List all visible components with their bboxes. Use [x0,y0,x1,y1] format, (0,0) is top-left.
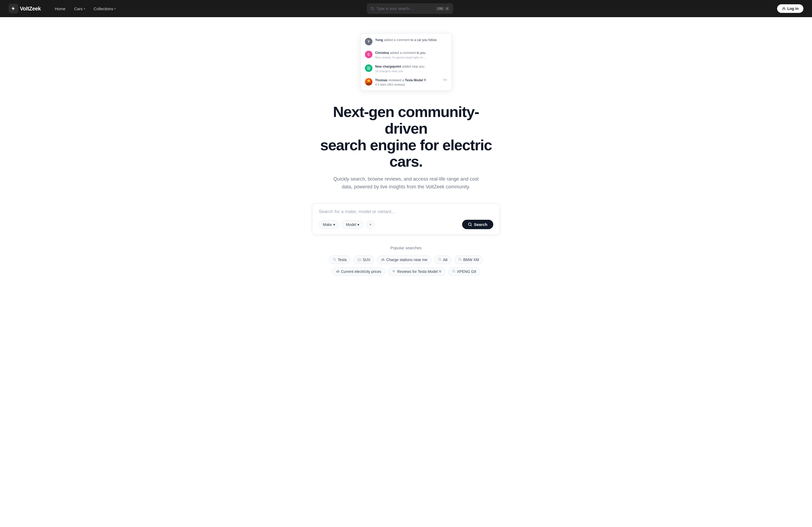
model-filter-button[interactable]: Model ▾ [342,220,363,229]
notif-sub-2: Nice review, I'm gonna head right on ... [375,56,445,59]
popular-title: Popular searches [329,245,483,250]
notif-stars: 4.5 stars (461 reviews) [375,83,440,86]
nav-collections[interactable]: Collections ▾ [90,5,119,13]
svg-rect-11 [382,259,383,261]
cars-chevron-icon: ▾ [84,7,85,10]
suv-car-icon [358,258,361,262]
svg-rect-2 [367,67,368,69]
main-content: Y Yung added a comment to a car you foll… [0,17,812,301]
search-submit-icon [468,223,472,226]
svg-point-8 [358,260,359,261]
notif-sub-3: 18 chargers near you [375,70,445,73]
popular-section: Popular searches Tesla SUV Charge statio… [329,245,483,279]
svg-rect-7 [358,259,361,260]
notification-panel: Y Yung added a comment to a car you foll… [360,33,452,91]
notif-item-2: C Christina added a comment to you Nice … [361,48,451,62]
svg-rect-12 [383,258,384,261]
notif-item-4: Thomas reviewed a Tesla Model Y 4.5 star… [361,75,451,89]
tag-charge-stations[interactable]: Charge stations near me [377,255,431,264]
hero-section: Next-gen community-driven search engine … [312,104,500,191]
navbar-search-input[interactable] [376,6,434,11]
tag-bmw-xm[interactable]: BMW XM [454,255,483,264]
popular-tags-row-1: Tesla SUV Charge stations near me A6 [329,255,483,264]
search-submit-button[interactable]: Search [462,220,493,229]
nav-links: Home Cars ▾ Collections ▾ [52,5,359,13]
tag-xpeng-g9[interactable]: XPENG G9 [448,267,480,276]
tag-tesla-reviews[interactable]: Reviews for Tesla Model Y [388,267,445,276]
svg-rect-19 [339,271,339,273]
notif-content-1: Yung added a comment to a car you follow [375,38,445,42]
navbar: VoltZeek Home Cars ▾ Collections ▾ CMD K [0,0,812,17]
k-key: K [445,7,450,11]
notif-content-4: Thomas reviewed a Tesla Model Y 4.5 star… [375,78,440,86]
tag-tesla[interactable]: Tesla [329,255,351,264]
cmd-key: CMD [436,7,444,11]
login-button[interactable]: Log in [777,4,803,13]
hero-subtitle: Quickly search, browse reviews, and acce… [331,175,481,191]
navbar-search-icon [371,7,374,11]
notif-text-1: Yung added a comment to a car you follow [375,38,445,42]
notif-item-1: Y Yung added a comment to a car you foll… [361,35,451,48]
nav-home[interactable]: Home [52,5,69,13]
xpeng-search-icon [452,270,455,274]
stars-value: 4.5 stars (461 reviews) [375,83,405,86]
notif-text-2: Christina added a comment to you [375,51,445,55]
user-icon [782,7,786,11]
make-chevron-icon: ▾ [333,223,335,227]
svg-rect-16 [336,271,337,272]
avatar-thomas [365,78,373,86]
popular-tags-row-2: Current electricity prices Reviews for T… [329,267,483,276]
svg-rect-10 [381,259,382,260]
logo[interactable]: VoltZeek [9,4,41,13]
notif-item-3: New chargepoint added near you 18 charge… [361,62,451,75]
logo-icon [9,4,18,13]
collections-chevron-icon: ▾ [114,7,116,10]
reviews-star-icon [392,270,395,274]
notif-time-4: 5m [443,78,447,81]
svg-point-9 [360,260,360,261]
navbar-search-bar[interactable]: CMD K [367,3,453,14]
notif-text-3: New chargepoint added near you [375,64,445,69]
notif-text-4: Thomas reviewed a Tesla Model Y [375,78,440,82]
hero-title: Next-gen community-driven search engine … [312,104,500,169]
nav-cars[interactable]: Cars ▾ [71,5,88,13]
logo-text: VoltZeek [20,6,41,12]
avatar-chargepoint [365,64,373,72]
avatar-yung: Y [365,38,373,45]
svg-rect-3 [369,67,370,69]
main-search-input[interactable] [319,209,493,214]
svg-point-4 [367,79,370,82]
add-filter-button[interactable]: + [366,220,375,229]
notif-content-2: Christina added a comment to you Nice re… [375,51,445,59]
notif-content-3: New chargepoint added near you 18 charge… [375,64,445,73]
search-controls: Make ▾ Model ▾ + Search [319,220,493,229]
search-box: Make ▾ Model ▾ + Search [312,204,500,235]
tag-electricity-prices[interactable]: Current electricity prices [332,267,385,276]
svg-rect-18 [338,270,338,273]
svg-rect-13 [384,259,385,261]
keyboard-hint: CMD K [436,7,450,11]
search-section: Make ▾ Model ▾ + Search [312,204,500,235]
charge-bar-icon [381,258,385,262]
electricity-bar-icon [336,270,339,274]
tag-a6[interactable]: A6 [434,255,452,264]
make-filter-button[interactable]: Make ▾ [319,220,339,229]
avatar-christina: C [365,51,373,58]
svg-rect-17 [337,270,337,273]
bmwxm-search-icon [458,258,462,262]
tesla-search-icon [333,258,336,262]
tag-suv[interactable]: SUV [353,255,375,264]
a6-search-icon [438,258,441,262]
model-chevron-icon: ▾ [358,223,359,227]
